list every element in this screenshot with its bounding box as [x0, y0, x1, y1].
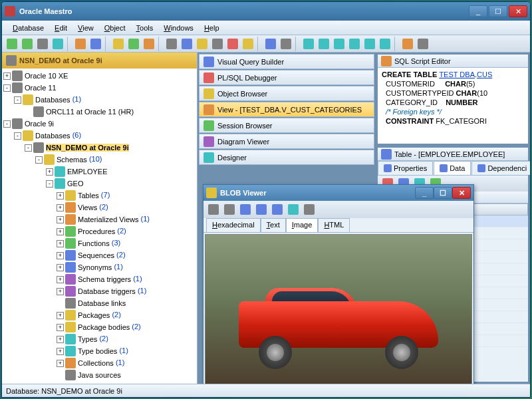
expand-icon[interactable]: + [57, 348, 64, 355]
tool-pencil[interactable] [142, 37, 156, 51]
blob-tab-text[interactable]: Text [261, 218, 286, 232]
menu-object[interactable]: Object [99, 22, 131, 34]
blob-refresh[interactable] [270, 202, 285, 217]
tree-node[interactable]: +Oracle 10 XE [3, 70, 196, 82]
expand-icon[interactable]: + [57, 216, 64, 223]
menu-help[interactable]: Help [199, 22, 225, 34]
tool-run[interactable] [88, 37, 103, 51]
expand-icon[interactable]: - [3, 120, 11, 128]
tree-node[interactable]: +Database triggers (1) [3, 285, 196, 297]
stack-item[interactable]: Designer [199, 150, 374, 165]
tool-db[interactable] [210, 37, 225, 51]
blob-prev[interactable] [222, 202, 237, 217]
tree-node[interactable]: +Schema triggers (1) [3, 273, 196, 285]
expand-icon[interactable]: + [57, 228, 64, 235]
expand-icon[interactable]: - [25, 144, 32, 152]
blob-tab-html[interactable]: HTML [318, 218, 350, 232]
tool-win4[interactable] [347, 37, 362, 51]
tool-check[interactable] [126, 37, 141, 51]
tree-node[interactable]: +Type bodies (1) [3, 345, 196, 357]
tree-node[interactable]: -Databases (1) [3, 94, 196, 106]
tool-win6[interactable] [378, 37, 392, 51]
maximize-button[interactable]: ☐ [489, 5, 507, 17]
blob-tab-hexadecimal[interactable]: Hexadecimal [206, 218, 261, 232]
tool-edit[interactable] [111, 37, 126, 51]
tool-del[interactable] [35, 37, 50, 51]
tool-home[interactable] [400, 37, 415, 51]
tree-node[interactable]: +Functions (3) [3, 237, 196, 249]
stack-item[interactable]: Session Browser [199, 118, 374, 133]
tool-win5[interactable] [362, 37, 377, 51]
tree-node[interactable]: -Databases (6) [3, 130, 196, 142]
tree-node[interactable]: ORCL11 at Oracle 11 (HR) [3, 106, 196, 118]
stack-item[interactable]: View - [TEST_DBA.V_CUST_CATEGORIES [199, 102, 374, 117]
menu-edit[interactable]: Edit [49, 22, 72, 34]
expand-icon[interactable]: + [57, 312, 64, 319]
blob-tab-image[interactable]: Image [286, 218, 319, 232]
expand-icon[interactable]: - [35, 156, 43, 164]
tree-node[interactable]: +Packages (2) [3, 309, 196, 321]
stack-item[interactable]: Diagram Viewer [199, 134, 374, 149]
tree-node[interactable]: +Sequences (2) [3, 249, 196, 261]
menu-database[interactable]: Database [7, 22, 49, 34]
menu-tools[interactable]: Tools [131, 22, 159, 34]
tool-new[interactable] [5, 37, 19, 51]
tool-win3[interactable] [332, 37, 346, 51]
tab-data[interactable]: Data [434, 161, 471, 175]
tool-chart[interactable] [180, 37, 194, 51]
expand-icon[interactable]: + [57, 276, 64, 283]
tool-win1[interactable] [301, 37, 316, 51]
expand-icon[interactable]: - [3, 84, 11, 92]
expand-icon[interactable]: + [57, 252, 64, 259]
tool-print[interactable] [164, 37, 179, 51]
blob-maximize[interactable]: ☐ [434, 187, 452, 199]
tool-cube[interactable] [195, 37, 209, 51]
tab-properties[interactable]: Properties [378, 161, 433, 175]
stack-item[interactable]: Visual Query Builder [199, 54, 374, 69]
expand-icon[interactable]: - [14, 96, 21, 104]
menu-view[interactable]: View [72, 22, 99, 34]
stack-item[interactable]: Object Browser [199, 86, 374, 101]
blob-more[interactable] [302, 202, 317, 217]
tree-node[interactable]: +Collections (1) [3, 357, 196, 369]
tree-node[interactable]: +Synonyms (1) [3, 261, 196, 273]
expand-icon[interactable]: + [57, 336, 64, 343]
tool-refresh[interactable] [51, 37, 65, 51]
tool-bug[interactable] [225, 37, 240, 51]
tree-node[interactable]: -Oracle 11 [3, 82, 196, 94]
tree-node[interactable]: -NSN_DEMO at Oracle 9i [3, 142, 196, 154]
blob-minimize[interactable]: _ [415, 187, 434, 199]
blob-close[interactable]: ✕ [452, 187, 471, 199]
tool-opt[interactable] [416, 37, 430, 51]
sql-text[interactable]: CREATE TABLE TEST DBA.CUS CUSTOMERID CHA… [378, 68, 528, 144]
expand-icon[interactable]: + [57, 264, 64, 271]
stack-item[interactable]: PL/SQL Debugger [199, 70, 374, 85]
tool-win2[interactable] [317, 37, 331, 51]
expand-icon[interactable]: + [57, 204, 64, 211]
tree-node[interactable]: +Package bodies (2) [3, 321, 196, 333]
tree-node[interactable]: +Types (2) [3, 333, 196, 345]
expand-icon[interactable]: - [14, 132, 21, 140]
blob-next[interactable] [254, 202, 269, 217]
menu-windows[interactable]: Windows [158, 22, 199, 34]
expand-icon[interactable]: + [57, 360, 64, 367]
tree-node[interactable]: +Materialized Views (1) [3, 213, 196, 225]
tree-node[interactable]: +Tables (7) [3, 190, 196, 201]
expand-icon[interactable]: + [57, 192, 64, 200]
blob-star[interactable] [286, 202, 301, 217]
tree-node[interactable]: Database links [3, 297, 196, 309]
object-tree[interactable]: +Oracle 10 XE-Oracle 11-Databases (1)ORC… [2, 68, 197, 384]
tool-filter2[interactable] [279, 37, 293, 51]
tree-node[interactable]: +Views (2) [3, 201, 196, 213]
expand-icon[interactable]: + [3, 72, 11, 80]
blob-play[interactable] [238, 202, 253, 217]
tree-node[interactable]: -Schemas (10) [3, 154, 196, 166]
expand-icon[interactable]: + [57, 240, 64, 247]
expand-icon[interactable]: + [46, 168, 53, 176]
tree-node[interactable]: -GEO [3, 178, 196, 190]
expand-icon[interactable]: - [46, 180, 53, 188]
expand-icon[interactable]: + [57, 324, 64, 331]
tool-key[interactable] [241, 37, 255, 51]
tool-add[interactable] [20, 37, 35, 51]
tool-filter[interactable] [263, 37, 278, 51]
